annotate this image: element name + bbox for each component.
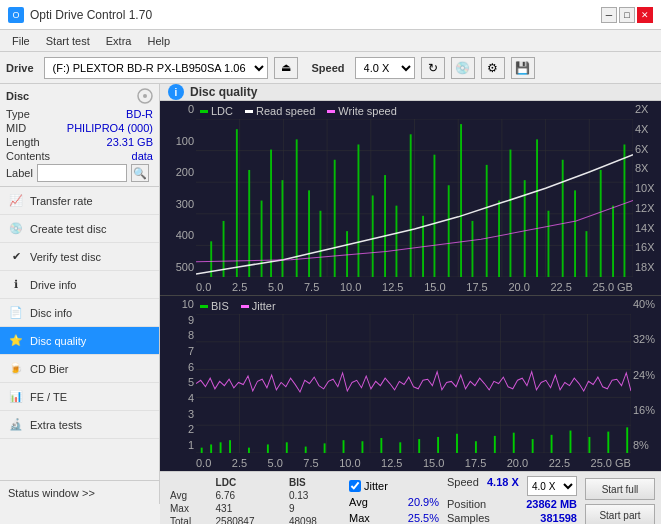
svg-rect-30 [358,144,360,277]
bis-legend-color [200,305,208,308]
svg-rect-83 [456,434,458,453]
svg-rect-36 [434,155,436,277]
read-speed-legend-color [245,110,253,113]
eject-button[interactable]: ⏏ [274,57,298,79]
save-button[interactable]: 💾 [511,57,535,79]
settings-button[interactable]: ⚙ [481,57,505,79]
jitter-checkbox[interactable] [349,480,361,492]
chart-top-y-left: 500 400 300 200 100 0 [160,101,196,275]
close-button[interactable]: ✕ [637,7,653,23]
svg-rect-77 [343,440,345,453]
sidebar: Disc Type BD-R MID PHILIPRO4 (000) Lengt… [0,84,160,504]
sidebar-item-transfer-rate[interactable]: 📈 Transfer rate [0,187,159,215]
buttons-col: Start full Start part [585,476,655,524]
chart-top-svg-container [196,119,633,277]
svg-rect-72 [248,448,250,453]
menu-help[interactable]: Help [139,33,178,49]
mid-label: MID [6,122,26,134]
create-test-disc-icon: 💿 [8,221,24,237]
svg-rect-46 [562,160,564,277]
svg-rect-71 [229,440,231,453]
svg-rect-88 [551,435,553,453]
drive-info-icon: ℹ [8,277,24,293]
svg-rect-87 [532,439,534,453]
disc-panel: Disc Type BD-R MID PHILIPRO4 (000) Lengt… [0,84,159,187]
chart-bottom-svg [196,314,631,453]
start-part-button[interactable]: Start part [585,504,655,524]
disc-info-icon: 📄 [8,305,24,321]
sidebar-label-fe-te: FE / TE [30,391,67,403]
disc-panel-title: Disc [6,90,29,102]
svg-rect-91 [607,432,609,453]
sidebar-item-extra-tests[interactable]: 🔬 Extra tests [0,411,159,439]
status-window-button[interactable]: Status window >> [0,480,159,504]
charts-area: LDC Read speed Write speed 500 400 [160,101,661,471]
sidebar-label-drive-info: Drive info [30,279,76,291]
position-label: Position [447,498,486,510]
svg-rect-80 [399,442,401,453]
svg-rect-47 [574,190,576,277]
svg-rect-40 [486,165,488,277]
refresh-button[interactable]: ↻ [421,57,445,79]
disc-quality-header-icon: i [168,84,184,100]
app-title: Opti Drive Control 1.70 [30,8,152,22]
disc-icon [137,88,153,104]
total-bis: 48098 [285,515,341,524]
speed-stat-value: 4.18 X [487,476,519,496]
menu-extra[interactable]: Extra [98,33,140,49]
sidebar-item-disc-quality[interactable]: ⭐ Disc quality [0,327,159,355]
sidebar-label-verify-test-disc: Verify test disc [30,251,101,263]
speed-stat-select[interactable]: 4.0 X [527,476,577,496]
menu-start-test[interactable]: Start test [38,33,98,49]
jitter-section: Jitter Avg 20.9% Max 25.5% [349,476,439,524]
drive-select[interactable]: (F:) PLEXTOR BD-R PX-LB950SA 1.06 [44,57,268,79]
svg-rect-44 [536,139,538,277]
chart-top: LDC Read speed Write speed 500 400 [160,101,661,296]
svg-rect-34 [410,134,412,277]
minimize-button[interactable]: ─ [601,7,617,23]
chart-top-y-right: 18X 16X 14X 12X 10X 8X 6X 4X 2X [633,101,661,275]
label-input[interactable] [37,164,127,182]
svg-rect-85 [494,436,496,453]
drive-label: Drive [6,62,34,74]
titlebar: O Opti Drive Control 1.70 ─ □ ✕ [0,0,661,30]
sidebar-item-create-test-disc[interactable]: 💿 Create test disc [0,215,159,243]
svg-rect-50 [612,206,614,277]
svg-rect-39 [472,221,474,277]
disc-label-label: Label [6,167,33,179]
stats-header-bis: BIS [285,476,341,489]
sidebar-item-drive-info[interactable]: ℹ Drive info [0,271,159,299]
svg-rect-75 [305,447,307,453]
sidebar-item-fe-te[interactable]: 📊 FE / TE [0,383,159,411]
start-full-button[interactable]: Start full [585,478,655,500]
max-bis: 9 [285,502,341,515]
length-label: Length [6,136,40,148]
label-button[interactable]: 🔍 [131,164,149,182]
chart-bottom-legend: BIS Jitter [200,300,276,312]
total-label: Total [166,515,212,524]
content-area: i Disc quality LDC Read speed [160,84,661,504]
jitter-legend-label: Jitter [252,300,276,312]
maximize-button[interactable]: □ [619,7,635,23]
sidebar-label-extra-tests: Extra tests [30,419,82,431]
svg-rect-76 [324,443,326,453]
chart-bottom-y-right: 8% 16% 24% 32% 40% [631,296,661,453]
total-ldc: 2580847 [212,515,285,524]
max-label: Max [166,502,212,515]
speed-select[interactable]: 4.0 X [355,57,415,79]
contents-label: Contents [6,150,50,162]
jitter-avg-label: Avg [349,496,368,508]
sidebar-item-verify-test-disc[interactable]: ✔ Verify test disc [0,243,159,271]
sidebar-item-disc-info[interactable]: 📄 Disc info [0,299,159,327]
jitter-avg-value: 20.9% [408,496,439,508]
avg-bis: 0.13 [285,489,341,502]
svg-rect-48 [586,231,588,277]
svg-rect-41 [498,201,500,277]
disc-button[interactable]: 💿 [451,57,475,79]
menu-file[interactable]: File [4,33,38,49]
svg-rect-74 [286,442,288,453]
stats-table: LDC BIS Avg 6.76 0.13 Max 431 9 Total [166,476,341,524]
sidebar-item-cd-bier[interactable]: 🍺 CD Bier [0,355,159,383]
app-icon: O [8,7,24,23]
svg-rect-70 [220,442,222,453]
